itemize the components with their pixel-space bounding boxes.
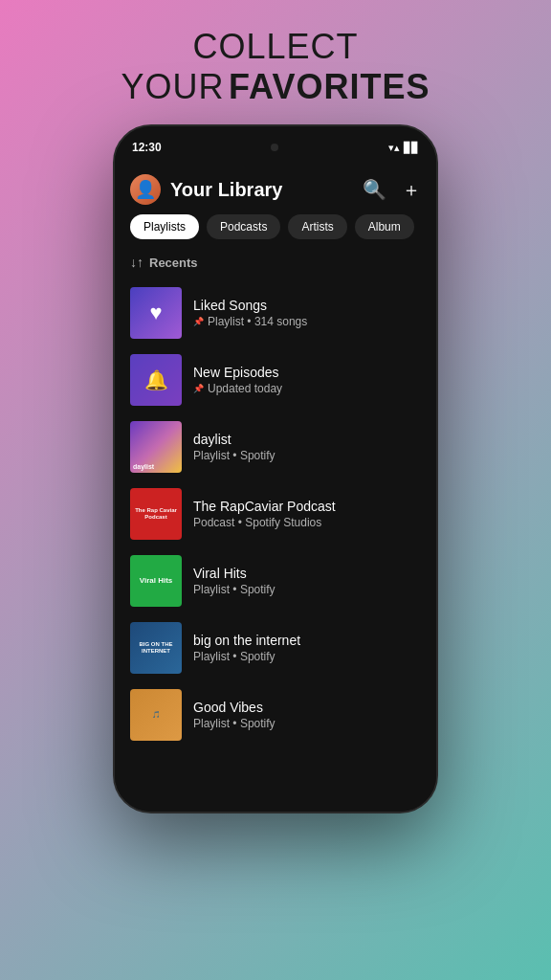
chip-album[interactable]: Album bbox=[355, 214, 414, 239]
rapcaviar-thumb-text: The Rap Caviar Podcast bbox=[132, 503, 180, 524]
rapcaviar-meta: Podcast • Spotify Studios bbox=[193, 516, 421, 529]
pin-icon: 📌 bbox=[193, 317, 204, 326]
liked-songs-detail: Playlist • 314 songs bbox=[208, 315, 307, 328]
signal-icon: ▊▊ bbox=[404, 142, 419, 154]
recents-bar[interactable]: ↓↑ Recents bbox=[115, 251, 436, 279]
new-episodes-meta: 📌 Updated today bbox=[193, 382, 421, 395]
list-item[interactable]: daylist daylist Playlist • Spotify bbox=[115, 413, 436, 480]
sort-icon: ↓↑ bbox=[130, 255, 143, 270]
hero-section: COLLECT YOUR FAVORITES bbox=[0, 27, 551, 107]
new-episodes-info: New Episodes 📌 Updated today bbox=[193, 365, 421, 395]
status-time: 12:30 bbox=[132, 141, 162, 154]
hero-line1: COLLECT bbox=[0, 27, 551, 67]
viral-thumb-text: Viral Hits bbox=[138, 573, 175, 590]
bell-icon: 🔔 bbox=[144, 368, 168, 391]
phone-frame: 12:30 ▾▴ ▊▊ 👤 Your Library 🔍 ＋ Playlists… bbox=[113, 124, 438, 813]
goodvibes-detail: Playlist • Spotify bbox=[193, 717, 276, 730]
chip-playlists[interactable]: Playlists bbox=[130, 214, 199, 239]
library-actions: 🔍 ＋ bbox=[363, 177, 421, 203]
avatar[interactable]: 👤 bbox=[130, 174, 161, 205]
goodvibes-thumbnail: 🎵 bbox=[130, 689, 182, 741]
recents-label: Recents bbox=[149, 256, 198, 270]
big-info: big on the internet Playlist • Spotify bbox=[193, 633, 421, 663]
filter-chips: Playlists Podcasts Artists Album bbox=[115, 214, 436, 251]
new-episodes-detail: Updated today bbox=[208, 382, 282, 395]
list-item[interactable]: The Rap Caviar Podcast The RapCaviar Pod… bbox=[115, 480, 436, 547]
viral-name: Viral Hits bbox=[193, 566, 421, 581]
big-name: big on the internet bbox=[193, 633, 421, 648]
camera-indicator bbox=[271, 144, 278, 151]
viral-thumbnail: Viral Hits bbox=[130, 555, 182, 607]
avatar-icon: 👤 bbox=[135, 179, 156, 200]
library-header: 👤 Your Library 🔍 ＋ bbox=[115, 161, 436, 214]
add-button[interactable]: ＋ bbox=[402, 177, 421, 203]
list-item[interactable]: 🔔 New Episodes 📌 Updated today bbox=[115, 346, 436, 413]
goodvibes-meta: Playlist • Spotify bbox=[193, 717, 421, 730]
daylist-detail: Playlist • Spotify bbox=[193, 449, 276, 462]
daylist-meta: Playlist • Spotify bbox=[193, 449, 421, 462]
viral-detail: Playlist • Spotify bbox=[193, 583, 276, 596]
list-item[interactable]: ♥ Liked Songs 📌 Playlist • 314 songs bbox=[115, 279, 436, 346]
new-episodes-thumbnail: 🔔 bbox=[130, 354, 182, 406]
wifi-icon: ▾▴ bbox=[388, 142, 400, 154]
rapcaviar-thumbnail: The Rap Caviar Podcast bbox=[130, 488, 182, 540]
big-detail: Playlist • Spotify bbox=[193, 650, 276, 663]
heart-icon: ♥ bbox=[149, 301, 162, 325]
big-meta: Playlist • Spotify bbox=[193, 650, 421, 663]
liked-songs-name: Liked Songs bbox=[193, 298, 421, 313]
search-button[interactable]: 🔍 bbox=[363, 178, 386, 201]
library-left: 👤 Your Library bbox=[130, 174, 282, 205]
rapcaviar-name: The RapCaviar Podcast bbox=[193, 499, 421, 514]
daylist-name: daylist bbox=[193, 432, 421, 447]
hero-line2: YOUR bbox=[121, 67, 225, 106]
rapcaviar-info: The RapCaviar Podcast Podcast • Spotify … bbox=[193, 499, 421, 529]
viral-meta: Playlist • Spotify bbox=[193, 583, 421, 596]
goodvibes-info: Good Vibes Playlist • Spotify bbox=[193, 700, 421, 730]
hero-line3: FAVORITES bbox=[229, 67, 430, 106]
chip-podcasts[interactable]: Podcasts bbox=[207, 214, 280, 239]
big-thumbnail: BIG ON THE INTERNET bbox=[130, 622, 182, 674]
liked-songs-meta: 📌 Playlist • 314 songs bbox=[193, 315, 421, 328]
liked-songs-info: Liked Songs 📌 Playlist • 314 songs bbox=[193, 298, 421, 328]
rapcaviar-detail: Podcast • Spotify Studios bbox=[193, 516, 321, 529]
status-icons: ▾▴ ▊▊ bbox=[388, 142, 419, 154]
new-episodes-name: New Episodes bbox=[193, 365, 421, 380]
daylist-thumbnail: daylist bbox=[130, 421, 182, 473]
list-item[interactable]: Viral Hits Viral Hits Playlist • Spotify bbox=[115, 547, 436, 614]
status-bar: 12:30 ▾▴ ▊▊ bbox=[115, 126, 436, 161]
bottom-fade bbox=[115, 754, 436, 812]
list-item[interactable]: BIG ON THE INTERNET big on the internet … bbox=[115, 614, 436, 681]
goodvibes-name: Good Vibes bbox=[193, 700, 421, 715]
liked-songs-thumbnail: ♥ bbox=[130, 287, 182, 339]
goodvibes-thumb-text: 🎵 bbox=[148, 707, 165, 723]
daylist-label: daylist bbox=[133, 463, 154, 470]
viral-info: Viral Hits Playlist • Spotify bbox=[193, 566, 421, 596]
phone-screen: 👤 Your Library 🔍 ＋ Playlists Podcasts Ar… bbox=[115, 161, 436, 812]
pin-icon: 📌 bbox=[193, 384, 204, 393]
big-thumb-text: BIG ON THE INTERNET bbox=[130, 641, 182, 655]
library-list: ♥ Liked Songs 📌 Playlist • 314 songs 🔔 N… bbox=[115, 279, 436, 748]
chip-artists[interactable]: Artists bbox=[288, 214, 346, 239]
daylist-info: daylist Playlist • Spotify bbox=[193, 432, 421, 462]
library-title: Your Library bbox=[170, 179, 282, 201]
list-item[interactable]: 🎵 Good Vibes Playlist • Spotify bbox=[115, 681, 436, 748]
